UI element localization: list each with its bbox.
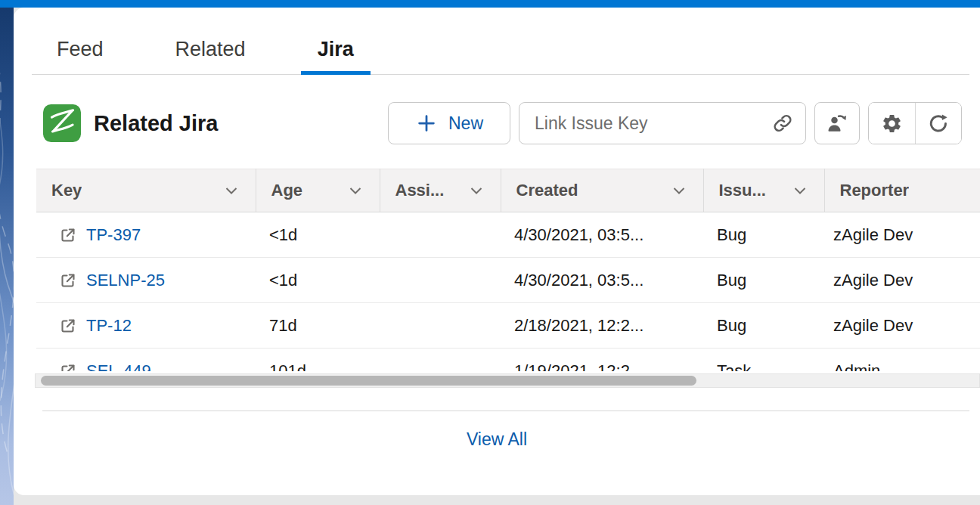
column-label: Issu... [719, 181, 766, 200]
panel-actions: New [388, 102, 962, 144]
issue-type-cell: Bug [703, 303, 824, 349]
created-cell: 4/30/2021, 03:5... [501, 212, 703, 258]
table-row-partial: SEL-449 101d 1/19/2021, 12:2... Task Adm… [36, 349, 980, 372]
reporter-cell: zAgile Dev [824, 212, 980, 258]
link-issue-key-field [519, 102, 806, 144]
chevron-down-icon [670, 181, 688, 200]
settings-button[interactable] [869, 103, 915, 144]
tab-related[interactable]: Related [175, 38, 246, 61]
column-header-age[interactable]: Age [256, 169, 380, 212]
view-all-link[interactable]: View All [14, 429, 980, 450]
age-cell: <1d [256, 212, 380, 258]
new-button-label: New [448, 113, 483, 134]
issue-key-link[interactable]: SELNP-25 [86, 271, 165, 290]
issue-key-link[interactable]: TP-397 [86, 225, 141, 245]
related-jira-table-viewport: Key Age Assi... Created Issu... Reporter… [36, 169, 980, 371]
chevron-down-icon [222, 181, 240, 200]
user-sync-button[interactable] [814, 102, 860, 144]
link-icon[interactable] [772, 113, 793, 134]
column-label: Created [516, 181, 578, 200]
related-jira-header: Related Jira New [43, 102, 962, 144]
horizontal-scrollbar-thumb[interactable] [41, 376, 696, 386]
column-header-reporter[interactable]: Reporter [824, 169, 980, 212]
refresh-button[interactable] [915, 103, 961, 144]
record-detail-card: Feed Related Jira Related Jira [14, 8, 980, 495]
zagile-logo [43, 104, 81, 142]
assignee-cell [380, 349, 501, 372]
external-link-icon[interactable] [59, 226, 77, 244]
table-row: TP-397 <1d 4/30/2021, 03:5... Bug zAgile… [36, 212, 980, 258]
table-row: SELNP-25 <1d 4/30/2021, 03:5... Bug zAgi… [36, 258, 980, 303]
created-cell: 2/18/2021, 12:2... [501, 303, 703, 349]
reporter-cell: zAgile Dev [824, 303, 980, 349]
refresh-icon [927, 112, 950, 135]
user-sync-icon [826, 112, 848, 135]
table-header-row: Key Age Assi... Created Issu... Reporter [36, 169, 980, 212]
reporter-cell: zAgile Dev [824, 258, 980, 303]
chevron-down-icon [791, 181, 809, 200]
issue-type-cell: Bug [703, 212, 824, 258]
issue-type-cell: Bug [703, 258, 824, 303]
column-header-issue-type[interactable]: Issu... [703, 169, 824, 212]
issue-type-cell: Task [703, 349, 824, 372]
plus-icon [415, 112, 438, 135]
chevron-down-icon [346, 181, 364, 200]
related-jira-table: Key Age Assi... Created Issu... Reporter… [36, 169, 980, 371]
table-row: TP-12 71d 2/18/2021, 12:2... Bug zAgile … [36, 303, 980, 349]
footer-divider [42, 411, 969, 411]
column-header-key[interactable]: Key [36, 169, 256, 212]
column-header-assignee[interactable]: Assi... [380, 169, 501, 212]
age-cell: 71d [256, 303, 380, 349]
tab-feed[interactable]: Feed [57, 38, 104, 61]
chevron-down-icon [467, 181, 485, 200]
issue-key-link[interactable]: SEL-449 [86, 361, 151, 372]
column-label: Assi... [395, 181, 445, 200]
settings-refresh-button-group [868, 102, 962, 144]
horizontal-scrollbar-track[interactable] [35, 373, 980, 388]
column-label: Age [271, 181, 303, 200]
brand-top-bar [0, 0, 980, 8]
tab-jira[interactable]: Jira [318, 38, 354, 61]
decorative-contour-lines [0, 0, 14, 505]
assignee-cell [380, 303, 501, 349]
assignee-cell [380, 212, 501, 258]
new-button[interactable]: New [388, 102, 510, 144]
reporter-cell: Admin [824, 349, 980, 372]
column-header-created[interactable]: Created [501, 169, 703, 212]
column-label: Reporter [840, 181, 910, 200]
record-tab-bar: Feed Related Jira [32, 8, 969, 75]
panel-title: Related Jira [94, 111, 218, 136]
external-link-icon[interactable] [59, 362, 77, 372]
external-link-icon[interactable] [59, 271, 77, 290]
assignee-cell [380, 258, 501, 303]
created-cell: 4/30/2021, 03:5... [501, 258, 703, 303]
created-cell: 1/19/2021, 12:2... [501, 349, 703, 372]
external-link-icon[interactable] [59, 317, 77, 335]
age-cell: <1d [256, 258, 380, 303]
link-issue-key-input[interactable] [535, 113, 772, 134]
issue-key-link[interactable]: TP-12 [86, 316, 132, 336]
column-label: Key [51, 181, 82, 200]
age-cell: 101d [256, 349, 380, 372]
left-background-strip [0, 0, 14, 505]
gear-icon [881, 113, 903, 135]
